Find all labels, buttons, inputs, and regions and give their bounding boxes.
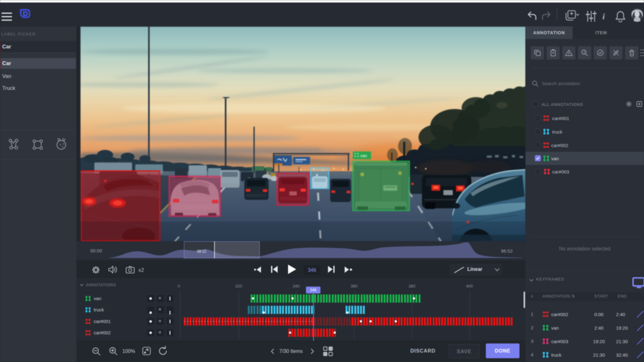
svg-text:van: van — [360, 153, 367, 158]
